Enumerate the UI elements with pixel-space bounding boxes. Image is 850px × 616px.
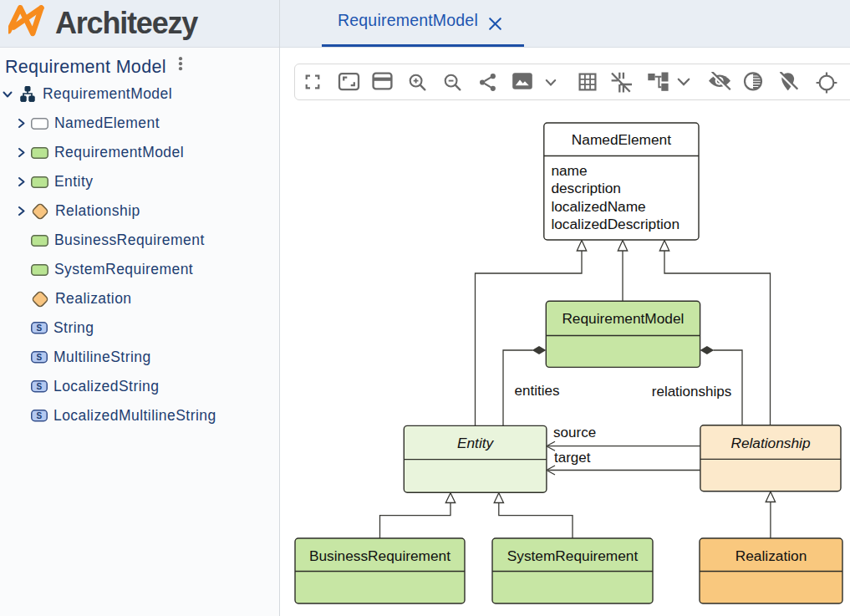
svg-text:BusinessRequirement: BusinessRequirement (309, 547, 450, 564)
svg-text:entities: entities (515, 383, 560, 399)
svg-text:S: S (36, 411, 42, 420)
svg-text:NamedElement: NamedElement (572, 131, 671, 148)
svg-text:S: S (36, 382, 42, 391)
svg-text:source: source (553, 425, 596, 440)
svg-text:RequirementModel: RequirementModel (562, 310, 684, 327)
svg-text:target: target (554, 450, 591, 466)
svg-text:relationships: relationships (652, 384, 731, 400)
svg-text:name: name (551, 162, 587, 179)
svg-text:Realization: Realization (735, 547, 807, 564)
svg-text:localizedName: localizedName (551, 198, 645, 215)
svg-text:description: description (551, 180, 621, 196)
svg-text:SystemRequirement: SystemRequirement (507, 547, 639, 564)
svg-text:Relationship: Relationship (730, 435, 810, 451)
svg-text:S: S (36, 323, 42, 333)
svg-text:Entity: Entity (457, 435, 495, 451)
svg-text:S: S (36, 353, 42, 362)
svg-text:localizedDescription: localizedDescription (551, 216, 679, 232)
